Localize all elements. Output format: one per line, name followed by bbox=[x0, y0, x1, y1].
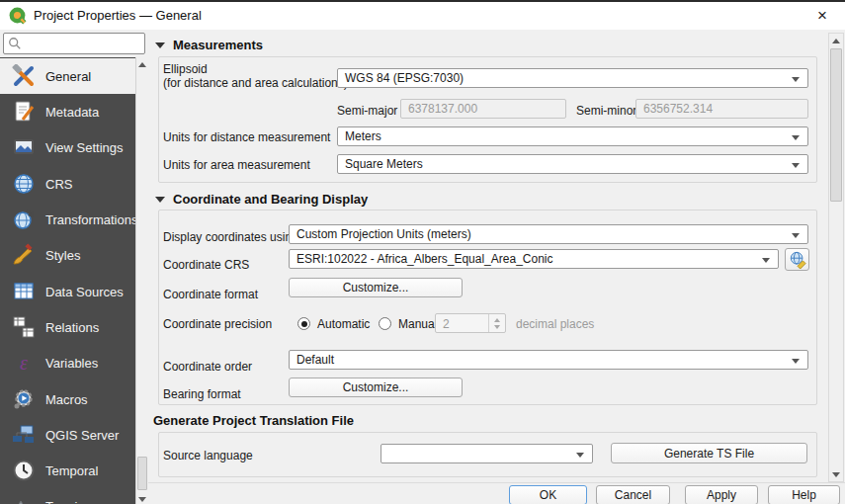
measurements-section-header[interactable]: Measurements bbox=[155, 38, 263, 52]
globe-edit-icon bbox=[789, 251, 806, 269]
sidebar-item-label: CRS bbox=[45, 177, 72, 192]
distance-units-select[interactable]: Meters bbox=[337, 126, 808, 146]
sidebar-item-crs[interactable]: CRS bbox=[0, 166, 135, 202]
scroll-up-icon[interactable] bbox=[136, 57, 148, 71]
scroll-up-icon[interactable] bbox=[829, 34, 843, 47]
sidebar-scrollbar-thumb[interactable] bbox=[137, 457, 147, 490]
apply-button[interactable]: Apply bbox=[685, 485, 758, 504]
display-coordinates-select[interactable]: Custom Projection Units (meters) bbox=[289, 224, 808, 244]
coordinate-order-label: Coordinate order bbox=[163, 360, 252, 374]
sidebar-item-label: View Settings bbox=[45, 140, 124, 155]
close-icon[interactable]: × bbox=[809, 5, 835, 27]
semi-major-label: Semi-major bbox=[337, 104, 397, 118]
sidebar-item-label: Transformations bbox=[45, 212, 135, 227]
document-pencil-icon bbox=[12, 100, 36, 124]
gear-play-icon bbox=[12, 387, 36, 411]
main-scrollbar-thumb[interactable] bbox=[830, 48, 842, 202]
collapse-triangle-icon bbox=[155, 42, 165, 48]
bearing-format-label: Bearing format bbox=[163, 387, 241, 401]
translation-section-header: Generate Project Translation File bbox=[153, 413, 354, 428]
decimal-places-label: decimal places bbox=[516, 317, 594, 331]
globe-arrows-icon bbox=[12, 208, 36, 231]
sidebar-item-label: Macros bbox=[45, 392, 88, 407]
sidebar-item-qgis-server[interactable]: QGIS Server bbox=[0, 417, 135, 453]
coordinate-order-select[interactable]: Default bbox=[289, 350, 808, 370]
bearing-format-customize-button[interactable]: Customize... bbox=[289, 378, 463, 397]
project-properties-dialog: Project Properties — General × General bbox=[0, 0, 845, 504]
sidebar-scrollbar[interactable] bbox=[135, 57, 148, 504]
epsilon-icon: ε bbox=[12, 351, 36, 375]
sidebar-item-label: Variables bbox=[45, 356, 98, 371]
precision-automatic-label[interactable]: Automatic bbox=[317, 317, 370, 331]
map-image-icon bbox=[12, 135, 36, 159]
sidebar: General Metadata View Settings bbox=[0, 57, 135, 504]
semi-major-field: 6378137.000 bbox=[400, 99, 566, 119]
ellipsoid-label: Ellipsoid bbox=[163, 62, 208, 76]
wrench-hammer-icon bbox=[12, 64, 36, 88]
coordinate-crs-label: Coordinate CRS bbox=[163, 258, 249, 272]
display-coordinates-label: Display coordinates using bbox=[163, 230, 298, 244]
table-icon bbox=[12, 280, 36, 303]
coordinate-format-label: Coordinate format bbox=[163, 288, 258, 301]
footer-divider bbox=[148, 482, 845, 483]
sidebar-item-relations[interactable]: Relations bbox=[0, 309, 135, 345]
computers-network-icon bbox=[12, 423, 36, 447]
globe-icon bbox=[12, 172, 36, 196]
coordinate-display-section-header[interactable]: Coordinate and Bearing Display bbox=[155, 192, 368, 207]
crs-picker-button[interactable] bbox=[785, 248, 809, 271]
sidebar-item-label: QGIS Server bbox=[45, 428, 119, 443]
collapse-triangle-icon bbox=[155, 197, 165, 203]
mountains-icon bbox=[12, 494, 36, 504]
precision-manual-label[interactable]: Manual bbox=[398, 317, 437, 331]
area-units-select[interactable]: Square Meters bbox=[337, 154, 808, 174]
source-language-select[interactable] bbox=[380, 444, 593, 463]
precision-manual-radio[interactable] bbox=[379, 317, 391, 330]
area-units-label: Units for area measurement bbox=[163, 158, 310, 172]
scroll-down-icon[interactable] bbox=[136, 492, 148, 504]
sidebar-item-label: Relations bbox=[45, 320, 99, 335]
semi-minor-field: 6356752.314 bbox=[635, 99, 808, 119]
sidebar-item-macros[interactable]: Macros bbox=[0, 381, 135, 417]
sidebar-item-transformations[interactable]: Transformations bbox=[0, 202, 135, 237]
semi-minor-label: Semi-minor bbox=[576, 104, 636, 118]
sidebar-item-temporal[interactable]: Temporal bbox=[0, 453, 135, 488]
sidebar-item-label: General bbox=[45, 69, 91, 84]
paintbrush-icon bbox=[12, 243, 36, 267]
help-button[interactable]: Help bbox=[768, 485, 840, 504]
clock-icon bbox=[12, 459, 36, 482]
sidebar-item-styles[interactable]: Styles bbox=[0, 237, 135, 273]
main-scrollbar[interactable] bbox=[828, 33, 844, 482]
section-title: Coordinate and Bearing Display bbox=[173, 192, 368, 207]
search-icon bbox=[8, 37, 22, 50]
window-title: Project Properties — General bbox=[34, 2, 202, 30]
scroll-down-icon[interactable] bbox=[829, 467, 843, 481]
ellipsoid-select[interactable]: WGS 84 (EPSG:7030) bbox=[337, 68, 808, 88]
coordinate-crs-select[interactable]: ESRI:102022 - Africa_Albers_Equal_Area_C… bbox=[289, 249, 779, 269]
precision-automatic-radio[interactable] bbox=[297, 317, 310, 330]
precision-spinbox[interactable]: 2 bbox=[435, 313, 506, 333]
cancel-button[interactable]: Cancel bbox=[596, 485, 670, 504]
sidebar-item-label: Temporal bbox=[45, 463, 98, 478]
linked-tables-icon bbox=[12, 315, 36, 339]
sidebar-item-general[interactable]: General bbox=[0, 58, 135, 94]
sidebar-item-label: Metadata bbox=[45, 105, 99, 120]
svg-text:ε: ε bbox=[20, 352, 28, 374]
ellipsoid-label-line2: (for distance and area calculations) bbox=[163, 76, 348, 90]
ok-button[interactable]: OK bbox=[509, 485, 587, 504]
spinbox-arrows-icon[interactable] bbox=[488, 314, 505, 332]
sidebar-item-label: Styles bbox=[45, 248, 80, 263]
generate-ts-file-button[interactable]: Generate TS File bbox=[611, 443, 807, 463]
titlebar: Project Properties — General × bbox=[0, 2, 845, 30]
search-input[interactable] bbox=[22, 34, 144, 53]
section-title: Generate Project Translation File bbox=[153, 413, 354, 428]
sidebar-item-view-settings[interactable]: View Settings bbox=[0, 129, 135, 165]
qgis-logo-icon bbox=[8, 6, 27, 29]
source-language-label: Source language bbox=[163, 449, 253, 462]
coordinate-format-customize-button[interactable]: Customize... bbox=[289, 278, 463, 297]
coordinate-precision-label: Coordinate precision bbox=[163, 317, 272, 331]
sidebar-item-data-sources[interactable]: Data Sources bbox=[0, 274, 135, 309]
sidebar-item-variables[interactable]: ε Variables bbox=[0, 345, 135, 380]
sidebar-item-metadata[interactable]: Metadata bbox=[0, 94, 135, 129]
sidebar-item-terrain[interactable]: Terrain bbox=[0, 488, 135, 504]
distance-units-label: Units for distance measurement bbox=[163, 130, 330, 144]
